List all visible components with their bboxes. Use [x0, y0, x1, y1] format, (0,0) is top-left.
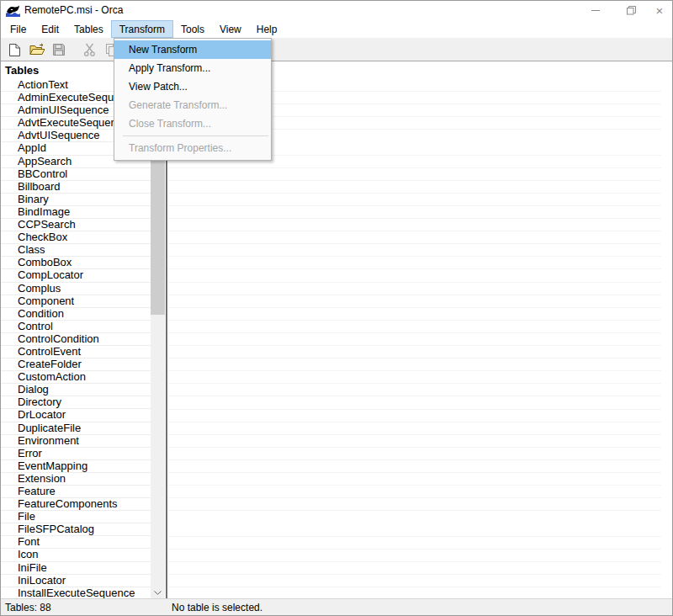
table-list-item-combobox[interactable]: ComboBox: [1, 257, 151, 269]
toolbar: [1, 38, 672, 61]
cut-icon: [83, 43, 96, 57]
title-bar: RemotePC.msi - Orca ×: [1, 1, 672, 20]
menu-separator: [123, 135, 268, 136]
table-list-item-createfolder[interactable]: CreateFolder: [1, 358, 151, 371]
table-list-item-bbcontrol[interactable]: BBControl: [1, 168, 151, 181]
menubar-item-edit[interactable]: Edit: [34, 20, 66, 38]
menubar-item-help[interactable]: Help: [249, 20, 285, 38]
menubar-item-tools[interactable]: Tools: [173, 20, 212, 38]
menu-item-transform-properties[interactable]: Transform Properties...: [114, 139, 271, 157]
table-list-item-drlocator[interactable]: DrLocator: [1, 409, 151, 422]
new-file-button[interactable]: [7, 42, 22, 57]
table-list-item-inilocator[interactable]: IniLocator: [1, 575, 151, 587]
save-button[interactable]: [51, 42, 66, 57]
table-list-item-control[interactable]: Control: [1, 321, 151, 333]
status-tables-count: Tables: 88: [5, 602, 51, 613]
restore-button[interactable]: [617, 1, 645, 19]
status-selection-message: No table is selected.: [172, 602, 262, 613]
menubar-item-tables[interactable]: Tables: [66, 20, 111, 38]
table-list-item-feature[interactable]: Feature: [1, 486, 151, 498]
transform-menu-popup: New TransformApply Transform...View Patc…: [114, 38, 272, 161]
menubar-item-transform[interactable]: Transform: [111, 20, 173, 38]
menubar-item-view[interactable]: View: [212, 20, 249, 38]
table-list-item-checkbox[interactable]: CheckBox: [1, 231, 151, 244]
open-folder-icon: [29, 43, 45, 56]
table-list-item-complocator[interactable]: CompLocator: [1, 269, 151, 282]
open-file-button[interactable]: [29, 42, 45, 57]
table-list-item-bindimage[interactable]: BindImage: [1, 206, 151, 219]
table-list-item-dialog[interactable]: Dialog: [1, 384, 151, 396]
menu-item-generate-transform[interactable]: Generate Transform...: [114, 96, 271, 114]
new-document-icon: [8, 43, 21, 57]
menu-bar: FileEditTablesTransformToolsViewHelp: [1, 20, 672, 38]
table-list-item-error[interactable]: Error: [1, 448, 151, 460]
table-list-item-controlcondition[interactable]: ControlCondition: [1, 333, 151, 346]
close-icon: ×: [656, 3, 664, 18]
table-list-item-controlevent[interactable]: ControlEvent: [1, 346, 151, 358]
main-area: Tables ActionTextAdminExecuteSequenceAdm…: [1, 61, 672, 600]
table-list-item-ccpsearch[interactable]: CCPSearch: [1, 219, 151, 231]
status-bar: Tables: 88 No table is selected.: [1, 598, 672, 615]
restore-icon: [627, 6, 636, 15]
menubar-item-file[interactable]: File: [3, 20, 34, 38]
window-title: RemotePC.msi - Orca: [24, 4, 123, 16]
table-list-item-filesfpcatalog[interactable]: FileSFPCatalog: [1, 523, 151, 536]
table-list-item-condition[interactable]: Condition: [1, 308, 151, 321]
menu-item-close-transform[interactable]: Close Transform...: [114, 114, 271, 133]
table-list-item-eventmapping[interactable]: EventMapping: [1, 460, 151, 473]
menu-item-new-transform[interactable]: New Transform: [114, 40, 271, 59]
save-icon: [52, 43, 66, 56]
table-list-item-complus[interactable]: Complus: [1, 283, 151, 295]
orca-window: RemotePC.msi - Orca × FileEditTablesTran…: [0, 0, 673, 616]
table-list-item-environment[interactable]: Environment: [1, 435, 151, 448]
table-list-item-inifile[interactable]: IniFile: [1, 562, 151, 575]
table-list-item-binary[interactable]: Binary: [1, 194, 151, 206]
menu-item-view-patch[interactable]: View Patch...: [114, 77, 271, 96]
table-list-item-customaction[interactable]: CustomAction: [1, 371, 151, 384]
cut-button[interactable]: [82, 42, 97, 57]
table-list-item-component[interactable]: Component: [1, 295, 151, 308]
minimize-button[interactable]: [581, 1, 610, 19]
table-list-item-extension[interactable]: Extension: [1, 473, 151, 486]
chevron-down-icon: [154, 591, 162, 595]
table-list-item-duplicatefile[interactable]: DuplicateFile: [1, 422, 151, 435]
table-list-item-billboard[interactable]: Billboard: [1, 181, 151, 194]
table-list-item-icon[interactable]: Icon: [1, 549, 151, 561]
table-list-item-directory[interactable]: Directory: [1, 396, 151, 409]
table-list-item-class[interactable]: Class: [1, 244, 151, 257]
menu-item-apply-transform[interactable]: Apply Transform...: [114, 59, 271, 77]
minimize-icon: [591, 10, 600, 11]
table-list-item-file[interactable]: File: [1, 511, 151, 523]
close-button[interactable]: ×: [645, 1, 673, 19]
orca-app-icon: [6, 4, 20, 17]
table-list-item-featurecomponents[interactable]: FeatureComponents: [1, 498, 151, 511]
table-list-item-font[interactable]: Font: [1, 536, 151, 549]
